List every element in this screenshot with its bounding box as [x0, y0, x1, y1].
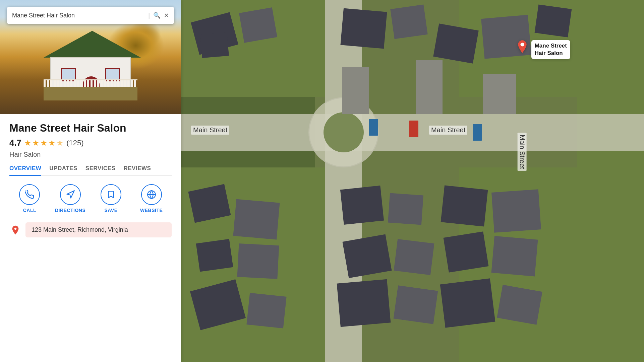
car-blue [369, 119, 378, 136]
house-grass [44, 87, 137, 100]
hero-image: Mane Street Hair Salon | 🔍 ✕ [0, 0, 181, 114]
search-bar[interactable]: Mane Street Hair Salon | 🔍 ✕ [7, 7, 174, 24]
action-buttons: CALL DIRECTIONS SAVE [9, 184, 172, 213]
building-5 [390, 4, 428, 39]
directions-label: DIRECTIONS [55, 208, 85, 213]
category: Hair Salon [9, 151, 172, 158]
rating-number: 4.7 [9, 138, 21, 148]
stars: ★ ★ ★ ★ ★ [24, 138, 64, 148]
address-row: 123 Main Street, Richmond, Virginia [9, 222, 172, 237]
address-pin-icon [9, 224, 21, 236]
pin-label-line2: Hair Salon [535, 50, 567, 57]
tab-reviews[interactable]: REVIEWS [123, 165, 151, 175]
tab-services[interactable]: SERVICES [85, 165, 116, 175]
star-5-half: ★ [56, 138, 64, 148]
building-23 [444, 231, 489, 272]
building-8 [535, 4, 572, 37]
building-22 [491, 189, 541, 232]
building-26 [497, 285, 542, 324]
aerial-scene: Main Street Main Street Main Street Mane… [181, 0, 644, 362]
close-icon[interactable]: ✕ [164, 12, 169, 19]
tab-overview[interactable]: OVERVIEW [9, 165, 41, 176]
website-icon [147, 190, 156, 199]
search-input[interactable]: Mane Street Hair Salon [12, 12, 145, 19]
building-16 [388, 193, 423, 225]
building-24 [491, 236, 538, 277]
building-4 [340, 8, 387, 49]
building-2 [239, 7, 277, 43]
search-icon[interactable]: 🔍 [153, 12, 161, 19]
call-icon [25, 190, 34, 199]
address-box[interactable]: 123 Main Street, Richmond, Virginia [25, 222, 172, 237]
call-button[interactable]: CALL [14, 184, 45, 213]
svg-point-3 [520, 43, 524, 46]
star-1: ★ [24, 138, 32, 148]
website-label: WEBSITE [140, 208, 163, 213]
building-15 [340, 186, 384, 225]
driveway-3 [483, 74, 516, 114]
save-icon-circle [101, 184, 121, 205]
building-25 [440, 278, 495, 328]
building-17 [342, 234, 392, 278]
street-label-main-1: Main Street [191, 126, 229, 135]
building-20 [394, 285, 438, 324]
info-section: Mane Street Hair Salon 4.7 ★ ★ ★ ★ ★ (12… [0, 114, 181, 362]
map-pin-icon [516, 40, 529, 58]
directions-icon-circle [60, 184, 81, 205]
building-3 [200, 32, 229, 58]
website-button[interactable]: WEBSITE [136, 184, 167, 213]
left-panel: Mane Street Hair Salon | 🔍 ✕ Mane Street… [0, 0, 181, 362]
directions-icon [66, 190, 75, 199]
search-divider: | [148, 12, 150, 19]
street-label-main-v: Main Street [518, 133, 527, 171]
call-label: CALL [23, 208, 36, 213]
building-10 [233, 199, 280, 240]
building-11 [196, 239, 233, 272]
driveway-2 [416, 60, 443, 114]
call-icon-circle [19, 184, 40, 205]
save-label: SAVE [104, 208, 117, 213]
house-fence [44, 79, 137, 88]
street-label-main-2: Main Street [429, 126, 467, 135]
save-button[interactable]: SAVE [96, 184, 126, 213]
salon-name: Mane Street Hair Salon [9, 122, 172, 134]
house-illustration [44, 33, 137, 100]
rating-row: 4.7 ★ ★ ★ ★ ★ (125) [9, 138, 172, 148]
car-red [409, 121, 418, 137]
review-count: (125) [66, 139, 83, 147]
star-3: ★ [40, 138, 48, 148]
building-19 [337, 279, 391, 327]
building-21 [441, 186, 488, 227]
map-pin-container: Mane Street Hair Salon [516, 40, 570, 59]
driveway-1 [342, 67, 369, 114]
map-panel[interactable]: Main Street Main Street Main Street Mane… [181, 0, 644, 362]
roundabout-inner [324, 112, 364, 152]
save-icon [107, 190, 115, 199]
map-pin-label: Mane Street Hair Salon [531, 40, 570, 59]
star-2: ★ [32, 138, 40, 148]
building-6 [433, 23, 479, 63]
pin-svg [516, 40, 529, 56]
svg-marker-0 [67, 191, 74, 198]
building-18 [394, 239, 434, 275]
pin-label-line1: Mane Street [535, 42, 567, 50]
website-icon-circle [141, 184, 162, 205]
star-4: ★ [48, 138, 56, 148]
building-14 [246, 293, 286, 329]
tabs: OVERVIEW UPDATES SERVICES REVIEWS [9, 165, 172, 176]
location-icon [10, 225, 21, 235]
tab-updates[interactable]: UPDATES [49, 165, 77, 175]
building-12 [237, 243, 279, 279]
house-roof [44, 31, 141, 58]
directions-button[interactable]: DIRECTIONS [55, 184, 85, 213]
car-blue-2 [473, 124, 482, 141]
